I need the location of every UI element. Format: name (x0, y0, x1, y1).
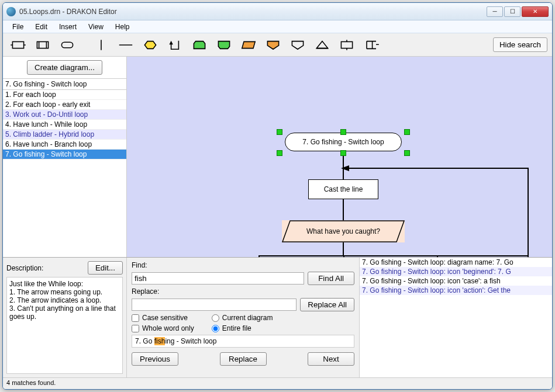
toolbar: Hide search (3, 33, 552, 57)
result-line[interactable]: 7. Go fishing - Switch loop: diagram nam… (360, 258, 552, 267)
find-all-button[interactable]: Find All (308, 272, 354, 285)
result-line[interactable]: 7. Go fishing - Switch loop: icon 'case'… (360, 276, 552, 286)
node-label: 7. Go fishing - Switch loop (302, 138, 384, 146)
diagram-item[interactable]: 1. For each loop (3, 90, 126, 100)
svg-marker-13 (242, 41, 255, 48)
menu-edit[interactable]: Edit (29, 22, 53, 32)
address-shape-icon[interactable] (312, 37, 333, 53)
current-match-display: 7. Go fishing - Switch loop (132, 335, 354, 348)
description-panel: Description: Edit... Just like the While… (3, 258, 127, 377)
whole-word-checkbox[interactable]: Whole word only (132, 324, 194, 332)
close-button[interactable]: ✕ (522, 6, 549, 17)
replace-all-button[interactable]: Replace All (300, 298, 354, 311)
svg-rect-0 (12, 41, 23, 48)
hide-search-button[interactable]: Hide search (493, 37, 547, 52)
diagram-item[interactable]: 5. Climb ladder - Hybrid loop (3, 130, 126, 140)
window-controls: ─ ☐ ✕ (487, 6, 549, 17)
svg-marker-16 (316, 41, 328, 48)
minimize-button[interactable]: ─ (487, 6, 503, 17)
previous-button[interactable]: Previous (132, 352, 178, 366)
svg-marker-21 (341, 165, 349, 171)
diagram-item[interactable]: 4. Have lunch - While loop (3, 120, 126, 130)
menu-view[interactable]: View (82, 22, 109, 32)
beginend-node[interactable]: 7. Go fishing - Switch loop (285, 133, 402, 151)
diagram-item[interactable]: 3. Work out - Do-Until loop (3, 110, 126, 120)
diagram-list[interactable]: 1. For each loop 2. For each loop - earl… (3, 90, 126, 257)
svg-marker-9 (144, 41, 156, 48)
create-diagram-button[interactable]: Create diagram... (27, 60, 102, 75)
status-text: 4 matches found. (6, 379, 56, 386)
find-label: Find: (132, 261, 354, 269)
svg-marker-12 (218, 41, 229, 48)
diagram-item[interactable]: 6. Have lunch - Branch loop (3, 140, 126, 150)
timer-shape-icon[interactable] (361, 37, 382, 53)
menubar: File Edit Insert View Help (3, 20, 552, 33)
next-button[interactable]: Next (308, 352, 354, 366)
shelf-shape-icon[interactable] (238, 37, 259, 53)
svg-marker-10 (169, 40, 173, 44)
current-diagram-header: 7. Go fishing - Switch loop (3, 78, 126, 90)
case-shape-icon[interactable] (263, 37, 284, 53)
entire-file-radio[interactable]: Entire file (212, 324, 273, 332)
svg-rect-18 (341, 41, 352, 48)
action-node[interactable]: Cast the line (308, 179, 378, 199)
menu-insert[interactable]: Insert (53, 22, 82, 32)
svg-marker-15 (292, 41, 303, 49)
bottom-panel: Description: Edit... Just like the While… (3, 257, 552, 377)
diagram-item[interactable]: 2. For each loop - early exit (3, 100, 126, 110)
app-window: 05.Loops.drn - DRAKON Editor ─ ☐ ✕ File … (2, 2, 553, 390)
app-icon (6, 7, 16, 16)
statusbar: 4 matches found. (3, 377, 552, 389)
node-label: What have you caught? (306, 227, 380, 235)
insertion-shape-icon[interactable] (32, 37, 53, 53)
result-line[interactable]: 7. Go fishing - Switch loop: icon 'begin… (360, 267, 552, 276)
find-input[interactable] (132, 272, 304, 285)
svg-marker-11 (194, 41, 205, 48)
description-body[interactable]: Just like the While loop: 1. The arrow m… (6, 277, 123, 374)
select-shape-icon[interactable] (287, 37, 308, 53)
result-line[interactable]: 7. Go fishing - Switch loop: icon 'actio… (360, 286, 552, 295)
svg-rect-6 (61, 42, 73, 48)
diagram-item[interactable]: 7. Go fishing - Switch loop (3, 150, 126, 159)
search-panel: Find: Find All Replace: Replace All Case… (127, 258, 360, 377)
maximize-button[interactable]: ☐ (504, 6, 520, 17)
edit-description-button[interactable]: Edit... (88, 261, 123, 275)
params-shape-icon[interactable] (336, 37, 357, 53)
loopend-shape-icon[interactable] (213, 37, 235, 53)
select-node[interactable]: What have you caught? (282, 220, 405, 242)
replace-button[interactable]: Replace (220, 352, 267, 366)
loopstart-shape-icon[interactable] (189, 37, 210, 53)
description-label: Description: (6, 264, 43, 272)
window-title: 05.Loops.drn - DRAKON Editor (19, 8, 487, 16)
svg-marker-14 (267, 41, 278, 49)
case-sensitive-checkbox[interactable]: Case sensitive (132, 314, 194, 322)
replace-input[interactable] (132, 299, 297, 311)
search-results-list[interactable]: 7. Go fishing - Switch loop: diagram nam… (360, 258, 552, 377)
diagram-canvas[interactable]: 7. Go fishing - Switch loop Cast the lin… (127, 57, 552, 257)
current-diagram-radio[interactable]: Current diagram (212, 314, 273, 322)
sidebar: Create diagram... 7. Go fishing - Switch… (3, 57, 127, 257)
vertical-line-icon[interactable] (91, 37, 112, 53)
menu-help[interactable]: Help (109, 22, 136, 32)
menu-file[interactable]: File (6, 22, 29, 32)
replace-label: Replace: (132, 287, 354, 296)
titlebar[interactable]: 05.Loops.drn - DRAKON Editor ─ ☐ ✕ (3, 3, 552, 20)
horizontal-line-icon[interactable] (115, 37, 136, 53)
node-label: Cast the line (324, 185, 363, 193)
if-shape-icon[interactable] (140, 37, 161, 53)
action-shape-icon[interactable] (8, 37, 29, 53)
capsule-shape-icon[interactable] (57, 37, 78, 53)
arrow-loop-icon[interactable] (164, 37, 185, 53)
